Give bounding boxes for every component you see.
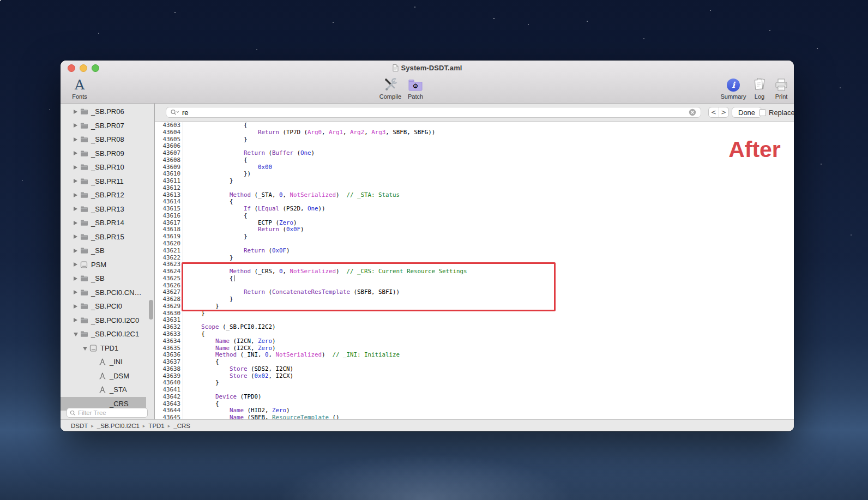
- code-editor[interactable]: 43603 {43604 Return (TP7D (Arg0, Arg1, A…: [155, 122, 794, 419]
- disclosure-triangle-icon[interactable]: [74, 123, 80, 128]
- tree-item-sb-pr06[interactable]: _SB.PR06: [61, 105, 154, 119]
- print-button[interactable]: Print: [765, 76, 794, 100]
- window-title: System-DSDT.aml: [401, 64, 462, 72]
- code-line[interactable]: 43621 Return (0x0F): [160, 248, 794, 255]
- tree-item-label: _SB.PCI0.CN…: [91, 288, 141, 297]
- tree-item-sb-pr12[interactable]: _SB.PR12: [61, 188, 154, 202]
- code-line-text: Return (ConcatenateResTemplate (SBFB, SB…: [183, 289, 794, 296]
- tree-item-label: _INI: [110, 358, 123, 366]
- patch-button[interactable]: ⚙ Patch: [400, 76, 431, 100]
- code-line-text: Store (0x02, I2CX): [183, 373, 794, 380]
- disclosure-triangle-icon[interactable]: [74, 165, 80, 170]
- search-input[interactable]: re: [166, 107, 701, 118]
- tree-item-sb-pr11[interactable]: _SB.PR11: [61, 174, 154, 189]
- search-icon: [171, 109, 179, 116]
- disclosure-triangle-icon[interactable]: [74, 318, 80, 322]
- breadcrumb-item[interactable]: TPD1: [148, 423, 164, 429]
- disclosure-triangle-icon[interactable]: [74, 249, 80, 253]
- tree-item-sb[interactable]: _SB: [61, 244, 154, 258]
- folder-icon: [80, 317, 91, 324]
- code-line[interactable]: 43627 Return (ConcatenateResTemplate (SB…: [160, 289, 794, 296]
- disclosure-triangle-icon[interactable]: [74, 262, 80, 267]
- code-line[interactable]: 43611 }: [160, 178, 794, 185]
- code-line[interactable]: 43613 Method (_STA, 0, NotSerialized) //…: [160, 192, 794, 199]
- code-line[interactable]: 43630 }: [160, 310, 794, 317]
- disclosure-triangle-icon[interactable]: [74, 276, 80, 281]
- code-line[interactable]: 43615 If (LEqual (PS2D, One)): [160, 206, 794, 213]
- line-number: 43641: [160, 387, 180, 394]
- disclosure-triangle-icon[interactable]: [74, 304, 80, 309]
- code-line[interactable]: 43645 Name (SBFB, ResourceTemplate (): [160, 414, 794, 419]
- tree-item-sb-pci0-cn[interactable]: _SB.PCI0.CN…: [61, 286, 154, 300]
- folder-icon: [80, 289, 91, 296]
- code-line[interactable]: 43632 Scope (_SB.PCI0.I2C2): [160, 324, 794, 331]
- sidebar-scrollbar[interactable]: [149, 300, 153, 320]
- breadcrumb-item[interactable]: DSDT: [71, 423, 88, 429]
- filter-tree-input[interactable]: Filter Tree: [67, 408, 148, 418]
- disclosure-triangle-icon[interactable]: [74, 193, 80, 197]
- tree-item-sb-pr08[interactable]: _SB.PR08: [61, 132, 154, 147]
- code-line[interactable]: 43618 Return (0x0F): [160, 226, 794, 233]
- code-line[interactable]: 43629 }: [160, 303, 794, 310]
- code-line[interactable]: 43622 }: [160, 255, 794, 262]
- disclosure-triangle-icon[interactable]: [74, 151, 80, 155]
- code-line[interactable]: 43616 {: [160, 213, 794, 220]
- tree-item-tpd1[interactable]: TPD1: [61, 341, 154, 356]
- code-line[interactable]: 43628 }: [160, 296, 794, 303]
- clear-search-icon[interactable]: [689, 109, 696, 116]
- code-line[interactable]: 43640 }: [160, 379, 794, 387]
- code-line[interactable]: 43605 }: [160, 136, 794, 143]
- tree-item-ini[interactable]: _INI: [61, 355, 154, 369]
- code-line[interactable]: 43636 Method (_INI, 0, NotSerialized) //…: [160, 352, 794, 359]
- code-line-text: }: [183, 296, 794, 303]
- tree-item-sb[interactable]: _SB: [61, 272, 154, 286]
- title-bar[interactable]: System-DSDT.aml: [61, 61, 794, 75]
- code-line[interactable]: 43607 Return (Buffer (One): [160, 150, 794, 157]
- maciasl-window: System-DSDT.aml A Fonts Compile: [61, 61, 794, 431]
- disclosure-triangle-icon[interactable]: [74, 234, 80, 239]
- disclosure-triangle-icon[interactable]: [74, 221, 80, 225]
- disclosure-triangle-icon[interactable]: [83, 346, 89, 351]
- replace-checkbox[interactable]: [759, 109, 766, 116]
- disclosure-triangle-icon[interactable]: [74, 290, 80, 294]
- code-line[interactable]: 43619 }: [160, 233, 794, 240]
- folder-icon: [80, 178, 91, 185]
- tree-item-dsm[interactable]: _DSM: [61, 369, 154, 383]
- code-line[interactable]: 43642 Device (TPD0): [160, 394, 794, 401]
- tree-item-sb-pr09[interactable]: _SB.PR09: [61, 147, 154, 161]
- disclosure-triangle-icon[interactable]: [74, 207, 80, 211]
- breadcrumb-item[interactable]: _CRS: [173, 423, 190, 429]
- tree-item-sb-pci0-i2c0[interactable]: _SB.PCI0.I2C0: [61, 314, 154, 328]
- code-line-text: Method (_INI, 0, NotSerialized) // _INI:…: [183, 352, 794, 359]
- code-line[interactable]: 43610 }): [160, 171, 794, 178]
- code-line[interactable]: 43639 Store (0x02, I2CX): [160, 373, 794, 380]
- tree-item-sb-pci0-i2c1[interactable]: _SB.PCI0.I2C1: [61, 327, 154, 341]
- breadcrumb-item[interactable]: _SB.PCI0.I2C1: [97, 423, 140, 429]
- zoom-button[interactable]: [92, 64, 99, 72]
- tree-item-sta[interactable]: _STA: [61, 383, 154, 397]
- disclosure-triangle-icon[interactable]: [74, 110, 80, 114]
- tree-item-label: _SB.PR15: [91, 233, 124, 241]
- close-button[interactable]: [68, 64, 75, 72]
- tree-item-psm[interactable]: PSM: [61, 258, 154, 272]
- tree-item-sb-pci0[interactable]: _SB.PCI0: [61, 299, 154, 314]
- fonts-button[interactable]: A Fonts: [64, 76, 95, 100]
- tree-item-sb-pr13[interactable]: _SB.PR13: [61, 202, 154, 216]
- code-line[interactable]: 43608 {: [160, 157, 794, 164]
- code-line[interactable]: 43604 Return (TP7D (Arg0, Arg1, Arg2, Ar…: [160, 129, 794, 136]
- find-next-button[interactable]: >: [719, 107, 729, 117]
- tree-item-sb-pr07[interactable]: _SB.PR07: [61, 119, 154, 133]
- tree-item-sb-pr14[interactable]: _SB.PR14: [61, 216, 154, 230]
- code-line[interactable]: 43624 Method (_CRS, 0, NotSerialized) //…: [160, 268, 794, 275]
- code-line[interactable]: 43603 {: [160, 122, 794, 129]
- disclosure-triangle-icon[interactable]: [74, 179, 80, 183]
- done-button[interactable]: Done: [732, 107, 762, 118]
- tree-item-sb-pr10[interactable]: _SB.PR10: [61, 160, 154, 174]
- code-line[interactable]: 43609 0x00: [160, 164, 794, 171]
- tree-item-sb-pr15[interactable]: _SB.PR15: [61, 230, 154, 244]
- minimize-button[interactable]: [80, 64, 87, 72]
- disclosure-triangle-icon[interactable]: [74, 137, 80, 142]
- code-line[interactable]: 43625 {: [160, 275, 794, 282]
- disclosure-triangle-icon[interactable]: [74, 332, 80, 336]
- find-previous-button[interactable]: <: [709, 107, 719, 117]
